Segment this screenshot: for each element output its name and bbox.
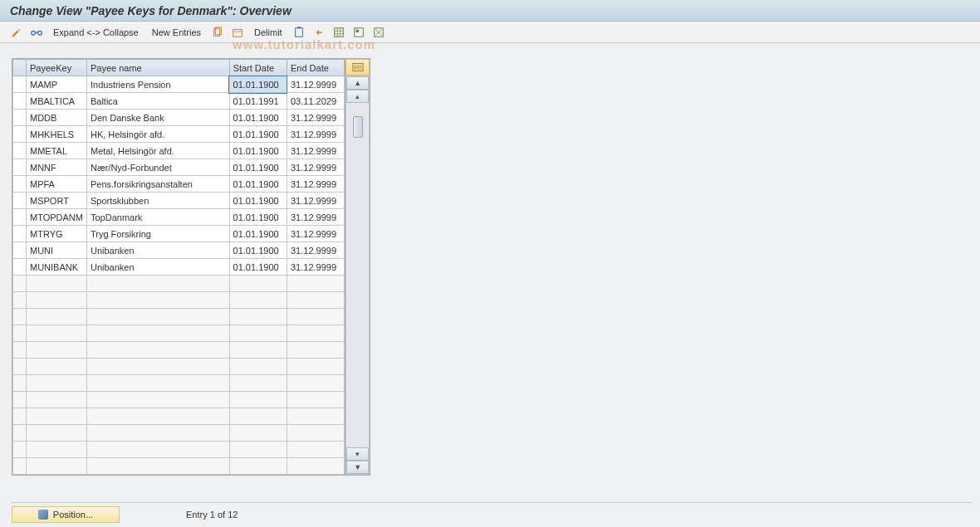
cell-start[interactable]: 01.01.1900	[229, 76, 287, 93]
row-selector[interactable]	[13, 458, 27, 475]
table-row[interactable]: MTRYGTryg Forsikring01.01.190031.12.9999	[13, 226, 345, 242]
row-selector[interactable]	[13, 309, 27, 325]
cell-key[interactable]: MAMP	[27, 76, 87, 93]
cell-empty[interactable]	[86, 276, 229, 292]
cell-empty[interactable]	[86, 359, 229, 375]
deselect-all-icon[interactable]	[370, 25, 387, 40]
row-selector[interactable]	[13, 242, 27, 259]
cell-end[interactable]: 31.12.9999	[287, 259, 344, 276]
cell-start[interactable]: 01.01.1900	[229, 242, 287, 259]
table-row[interactable]: MAMPIndustriens Pension01.01.190031.12.9…	[13, 76, 345, 93]
row-selector[interactable]	[13, 76, 27, 93]
cell-empty[interactable]	[27, 359, 87, 375]
cell-key[interactable]: MBALTICA	[27, 93, 87, 110]
toggle-change-icon[interactable]	[8, 25, 25, 40]
cell-name[interactable]: Tryg Forsikring	[86, 226, 229, 242]
table-row[interactable]: MHKHELSHK, Helsingör afd.01.01.190031.12…	[13, 126, 345, 143]
cell-empty[interactable]	[229, 375, 287, 392]
cell-empty[interactable]	[287, 276, 344, 292]
row-selector[interactable]	[13, 226, 27, 242]
cell-empty[interactable]	[86, 342, 229, 359]
cell-start[interactable]: 01.01.1991	[229, 93, 287, 110]
cell-empty[interactable]	[229, 292, 287, 309]
cell-empty[interactable]	[287, 309, 344, 325]
cell-name[interactable]: Industriens Pension	[86, 76, 229, 93]
delete-icon[interactable]	[291, 25, 307, 40]
cell-end[interactable]: 31.12.9999	[287, 110, 344, 126]
cell-end[interactable]: 31.12.9999	[287, 242, 344, 259]
cell-empty[interactable]	[287, 392, 344, 408]
table-row[interactable]: MDDBDen Danske Bank01.01.190031.12.9999	[13, 110, 345, 126]
cell-name[interactable]: Metal, Helsingör afd.	[86, 143, 229, 159]
cell-empty[interactable]	[287, 458, 344, 475]
row-selector[interactable]	[13, 292, 27, 309]
table-row-empty[interactable]	[13, 292, 345, 309]
row-selector[interactable]	[13, 375, 27, 392]
cell-empty[interactable]	[86, 425, 229, 442]
cell-empty[interactable]	[287, 375, 344, 392]
row-selector[interactable]	[13, 425, 27, 442]
cell-key[interactable]: MTOPDANM	[27, 209, 87, 226]
cell-end[interactable]: 31.12.9999	[287, 176, 344, 193]
cell-empty[interactable]	[229, 458, 287, 475]
table-row[interactable]: MPFAPens.forsikringsanstalten01.01.19003…	[13, 176, 345, 193]
cell-start[interactable]: 01.01.1900	[229, 176, 287, 193]
cell-empty[interactable]	[27, 342, 87, 359]
cell-start[interactable]: 01.01.1900	[229, 226, 287, 242]
cell-key[interactable]: MDDB	[27, 110, 87, 126]
cell-empty[interactable]	[27, 408, 87, 425]
row-selector[interactable]	[13, 209, 27, 226]
table-row[interactable]: MBALTICABaltica01.01.199103.11.2029	[13, 93, 345, 110]
table-row-empty[interactable]	[13, 309, 345, 325]
row-selector[interactable]	[13, 126, 27, 143]
cell-key[interactable]: MHKHELS	[27, 126, 87, 143]
cell-empty[interactable]	[229, 425, 287, 442]
cell-end[interactable]: 31.12.9999	[287, 193, 344, 209]
row-selector[interactable]	[13, 342, 27, 359]
cell-empty[interactable]	[229, 276, 287, 292]
row-selector[interactable]	[13, 110, 27, 126]
scroll-thumb[interactable]	[353, 116, 363, 138]
corner-header[interactable]	[13, 60, 27, 76]
table-row-empty[interactable]	[13, 342, 345, 359]
row-selector[interactable]	[13, 93, 27, 110]
table-row[interactable]: MTOPDANMTopDanmark01.01.190031.12.9999	[13, 209, 345, 226]
col-header-end[interactable]: End Date	[287, 60, 344, 76]
select-all-icon[interactable]	[331, 25, 347, 40]
cell-empty[interactable]	[27, 309, 87, 325]
cell-empty[interactable]	[27, 276, 87, 292]
row-selector[interactable]	[13, 359, 27, 375]
cell-empty[interactable]	[229, 325, 287, 342]
scroll-down2-icon[interactable]: ▾	[346, 447, 369, 461]
table-row[interactable]: MMETALMetal, Helsingör afd.01.01.190031.…	[13, 143, 345, 159]
row-selector[interactable]	[13, 159, 27, 176]
table-row[interactable]: MUNIBANKUnibanken01.01.190031.12.9999	[13, 259, 345, 276]
table-row-empty[interactable]	[13, 325, 345, 342]
table-row[interactable]: MNNFNær/Nyd-Forbundet01.01.190031.12.999…	[13, 159, 345, 176]
other-view-icon[interactable]	[28, 25, 45, 40]
table-row-empty[interactable]	[13, 359, 345, 375]
col-header-name[interactable]: Payee name	[86, 60, 229, 76]
payee-table[interactable]: PayeeKey Payee name Start Date End Date …	[12, 59, 345, 475]
select-block-icon[interactable]	[350, 25, 367, 40]
row-selector[interactable]	[13, 392, 27, 408]
cell-name[interactable]: Baltica	[86, 93, 229, 110]
cell-start[interactable]: 01.01.1900	[229, 110, 287, 126]
cell-name[interactable]: Sportsklubben	[86, 193, 229, 209]
cell-key[interactable]: MSPORT	[27, 193, 87, 209]
cell-empty[interactable]	[287, 359, 344, 375]
copy-icon[interactable]	[209, 25, 226, 40]
cell-name[interactable]: Unibanken	[86, 259, 229, 276]
cell-empty[interactable]	[229, 309, 287, 325]
cell-empty[interactable]	[27, 442, 87, 458]
cell-empty[interactable]	[287, 425, 344, 442]
col-header-start[interactable]: Start Date	[229, 60, 287, 76]
cell-name[interactable]: Pens.forsikringsanstalten	[86, 176, 229, 193]
cell-end[interactable]: 31.12.9999	[287, 209, 344, 226]
table-row-empty[interactable]	[13, 408, 345, 425]
cell-name[interactable]: Nær/Nyd-Forbundet	[86, 159, 229, 176]
cell-empty[interactable]	[86, 392, 229, 408]
scroll-down-icon[interactable]: ▼	[346, 461, 369, 474]
row-selector[interactable]	[13, 176, 27, 193]
row-selector[interactable]	[13, 408, 27, 425]
